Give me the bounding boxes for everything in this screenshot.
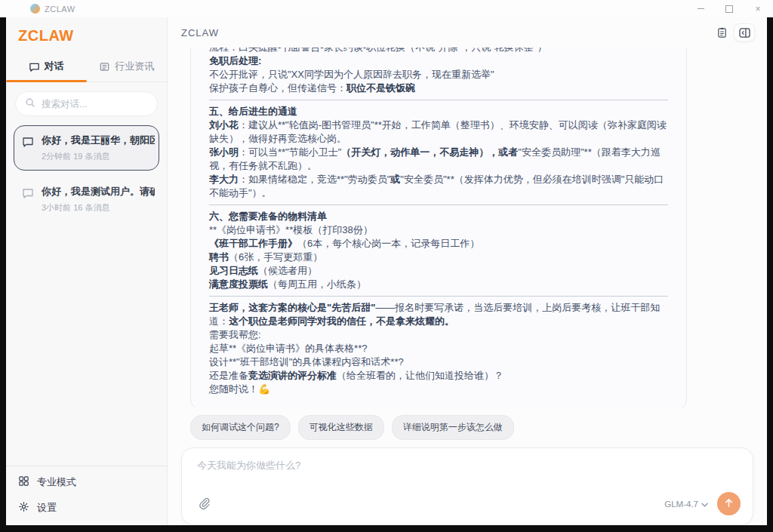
chat-scroll-area[interactable]: 流程：口头提醒-书面警告-家长约谈-职位轮换（不说"开除"，只说"轮换休整"）免… xyxy=(168,48,767,407)
sidebar: ZCLAW 对话 行业资讯 xyxy=(6,17,168,525)
tab-industry-news[interactable]: 行业资讯 xyxy=(87,53,168,81)
message-content: 流程：口头提醒-书面警告-家长约谈-职位轮换（不说"开除"，只说"轮换休整"）免… xyxy=(209,48,668,396)
message-line: 六、您需要准备的物料清单 xyxy=(209,210,668,223)
suggestion-chip[interactable]: 详细说明第一步该怎么做 xyxy=(392,415,514,440)
message-line: 见习日志纸（候选者用） xyxy=(209,264,668,278)
chat-bubble-icon xyxy=(22,134,34,162)
message-line: 您随时说！💪 xyxy=(209,383,668,396)
message-divider xyxy=(209,296,668,297)
sidebar-tabs: 对话 行业资讯 xyxy=(6,53,167,82)
tab-label: 行业资讯 xyxy=(115,60,154,73)
maximize-button[interactable] xyxy=(725,5,734,14)
brand-logo: ZCLAW xyxy=(6,17,167,53)
main-header: ZCLAW xyxy=(168,17,767,48)
window-controls: × xyxy=(696,0,762,17)
message-line: 《班干部工作手册》（6本，每个核心岗一本，记录每日工作） xyxy=(209,237,668,251)
message-input[interactable] xyxy=(197,459,741,492)
window-title: ZCLAW xyxy=(45,5,75,14)
gear-icon xyxy=(18,501,29,515)
message-line: 聘书（6张，手写更郑重） xyxy=(209,251,668,264)
search-input[interactable] xyxy=(42,99,148,109)
conversation-list: 你好，我是王丽华，朝阳区... 2分钟前 19 条消息 你好，我是测试用户。请确… xyxy=(6,124,167,223)
conversation-item[interactable]: 你好，我是测试用户。请确... 3小时前 16 条消息 xyxy=(14,177,159,222)
window-frame: ZCLAW 对话 行业资讯 xyxy=(0,17,773,532)
message-line: 李大力：如果情绪稳定，竞选**"劳动委员"或"安全委员"**（发挥体力优势，但必… xyxy=(209,173,668,200)
message-line: 免职后处理: xyxy=(209,54,668,68)
grid-icon xyxy=(18,475,29,489)
message-line: 张小明：可以当**"节能小卫士"（开关灯，动作单一，不易走神），或者"安全委员助… xyxy=(209,146,668,173)
pro-mode-label: 专业模式 xyxy=(37,475,76,489)
assistant-message-card: 流程：口头提醒-书面警告-家长约谈-职位轮换（不说"开除"，只说"轮换休整"）免… xyxy=(190,48,687,407)
minimize-button[interactable] xyxy=(696,5,705,14)
tab-label: 对话 xyxy=(45,60,64,73)
suggestion-chip[interactable]: 如何调试这个问题? xyxy=(190,415,291,440)
active-tab-indicator xyxy=(6,80,87,82)
message-line: 起草**《岗位申请书》的具体表格**? xyxy=(209,342,668,355)
message-line: 不公开批评，只说"XX同学因为个人原因辞去职务，现在重新选举" xyxy=(209,68,668,81)
paperclip-attach-icon[interactable] xyxy=(197,497,211,511)
chat-bubble-icon xyxy=(29,61,40,72)
message-line: 刘小花：建议从**"轮值岗-图书管理员"**开始，工作简单（整理书）、环境安静、… xyxy=(209,118,668,146)
window-titlebar: ZCLAW × xyxy=(0,0,773,17)
send-button[interactable] xyxy=(717,492,741,515)
toggle-side-panel-button[interactable] xyxy=(734,23,755,42)
app-window: ZCLAW 对话 行业资讯 xyxy=(6,17,767,525)
message-line: 满意度投票纸（每周五用，小纸条） xyxy=(209,278,668,291)
arrow-up-icon xyxy=(724,498,734,510)
message-composer: GLM-4.7 xyxy=(181,447,753,525)
message-divider xyxy=(209,100,668,100)
chevron-down-icon xyxy=(701,500,708,509)
pro-mode-button[interactable]: 专业模式 xyxy=(18,475,155,489)
search-box[interactable] xyxy=(15,91,158,116)
suggestion-chip[interactable]: 可视化这些数据 xyxy=(298,415,384,440)
notes-clipboard-icon[interactable] xyxy=(716,26,728,38)
message-line: 王老师，这套方案的核心是"先苦后甜"——报名时要写承诺，当选后要培训，上岗后要考… xyxy=(209,301,668,328)
model-selector[interactable]: GLM-4.7 xyxy=(664,500,708,509)
main-header-title: ZCLAW xyxy=(181,27,219,38)
message-line-clipped: 流程：口头提醒-书面警告-家长约谈-职位轮换（不说"开除"，只说"轮换休整"） xyxy=(209,48,668,54)
conversation-meta: 2分钟前 19 条消息 xyxy=(42,151,155,162)
message-line: 还是准备竞选演讲的评分标准（给全班看的，让他们知道投给谁）？ xyxy=(209,369,668,383)
main-panel: ZCLAW 流程：口头提醒-书面警告-家长约谈-职位轮换（不说"开除"，只说"轮… xyxy=(168,17,767,525)
sidebar-footer: 专业模式 设置 xyxy=(6,466,167,525)
conversation-meta: 3小时前 16 条消息 xyxy=(42,202,155,214)
conversation-item[interactable]: 你好，我是王丽华，朝阳区... 2分钟前 19 条消息 xyxy=(14,125,159,171)
suggestion-chips: 如何调试这个问题? 可视化这些数据 详细说明第一步该怎么做 xyxy=(168,407,767,446)
message-line: 设计**"班干部培训"的具体课程内容和话术**? xyxy=(209,355,668,369)
message-line: **《岗位申请书》**模板（打印38份） xyxy=(209,223,668,237)
news-icon xyxy=(99,61,110,72)
settings-label: 设置 xyxy=(37,501,57,515)
message-line: 需要我帮您: xyxy=(209,328,668,342)
app-logo-icon xyxy=(30,4,40,14)
chat-bubble-icon xyxy=(22,185,34,214)
conversation-title: 你好，我是王丽华，朝阳区... xyxy=(42,134,155,147)
conversation-title: 你好，我是测试用户。请确... xyxy=(42,185,155,198)
message-line: 五、给后进生的通道 xyxy=(209,105,668,118)
tab-conversations[interactable]: 对话 xyxy=(6,53,87,81)
close-button[interactable]: × xyxy=(753,5,762,14)
message-divider xyxy=(209,204,668,205)
search-icon xyxy=(25,97,35,111)
message-line: 保护孩子自尊心，但传递信号：职位不是铁饭碗 xyxy=(209,81,668,95)
settings-button[interactable]: 设置 xyxy=(18,501,155,515)
model-name: GLM-4.7 xyxy=(664,500,698,509)
